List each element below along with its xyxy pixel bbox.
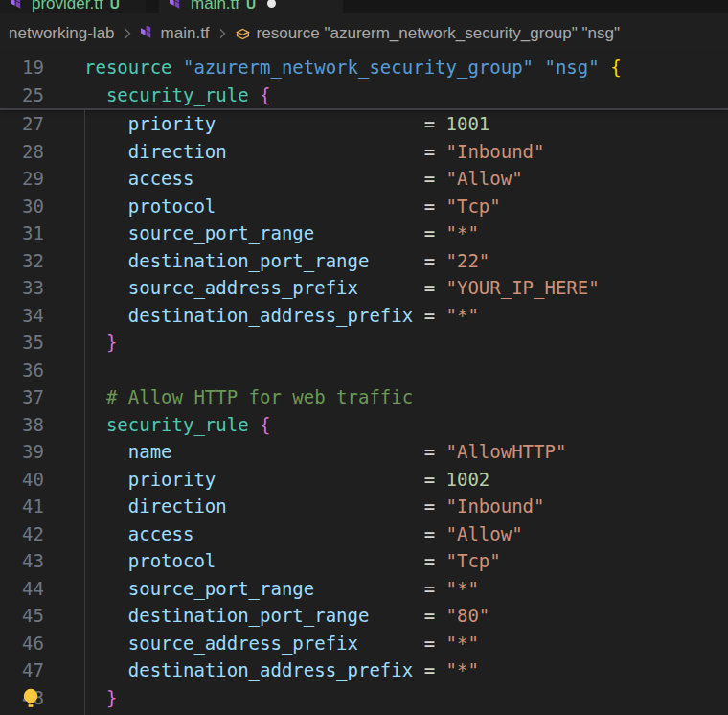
code-line-37[interactable]: 37 # Allow HTTP for web traffic — [0, 383, 728, 411]
code-token — [84, 496, 128, 517]
line-content[interactable]: # Allow HTTP for web traffic — [44, 383, 728, 411]
line-number: 46 — [0, 630, 44, 657]
line-content[interactable]: security_rule { — [44, 411, 728, 439]
line-content[interactable]: protocol = "Tcp" — [44, 547, 728, 575]
code-token: # Allow HTTP for web traffic — [106, 386, 413, 407]
code-token — [84, 196, 128, 217]
code-token: = — [424, 469, 435, 490]
code-token: source_address_prefix — [128, 633, 358, 654]
line-content[interactable]: source_port_range = "*" — [44, 575, 728, 603]
line-content[interactable]: } — [44, 329, 728, 357]
chevron-right-icon — [120, 26, 135, 41]
git-status-badge: U — [110, 0, 120, 12]
line-content[interactable]: access = "Allow" — [44, 165, 728, 193]
code-token — [435, 277, 445, 298]
code-line-39[interactable]: 39 name = "AllowHTTP" — [0, 438, 728, 466]
line-number: 35 — [0, 329, 44, 357]
code-token — [435, 469, 445, 490]
code-token: "Allow" — [446, 523, 523, 544]
code-line-41[interactable]: 41 direction = "Inbound" — [0, 493, 728, 520]
code-line-28[interactable]: 28 direction = "Inbound" — [0, 138, 728, 166]
line-content[interactable]: access = "Allow" — [44, 520, 728, 548]
code-token — [227, 496, 424, 517]
line-content[interactable]: security_rule { — [44, 81, 728, 109]
code-token: = — [424, 222, 435, 243]
vscode-window: provider.tfUmain.tfU networking-lab main… — [0, 0, 728, 715]
line-content[interactable]: source_port_range = "*" — [44, 219, 728, 247]
code-line-36[interactable]: 36 — [0, 357, 728, 384]
code-token — [435, 305, 445, 326]
line-content[interactable]: } — [44, 684, 728, 712]
breadcrumb-symbol[interactable]: resource "azurerm_network_security_group… — [257, 24, 620, 43]
code-token: "*" — [446, 659, 479, 680]
code-line-35[interactable]: 35 } — [0, 329, 728, 357]
code-token: = — [424, 250, 435, 271]
code-token: "Tcp" — [446, 550, 501, 571]
code-token: "AllowHTTP" — [446, 441, 567, 462]
code-line-40[interactable]: 40 priority = 1002 — [0, 466, 728, 494]
line-content[interactable]: protocol = "Tcp" — [44, 193, 728, 220]
sticky-line-25[interactable]: 25 security_rule { — [0, 81, 728, 109]
code-line-42[interactable]: 42 access = "Allow" — [0, 520, 728, 548]
code-token: access — [128, 168, 194, 189]
line-number: 25 — [0, 81, 44, 109]
breadcrumb-file[interactable]: main.tf — [161, 24, 210, 43]
tab-main.tf[interactable]: main.tfU — [159, 0, 343, 13]
code-line-29[interactable]: 29 access = "Allow" — [0, 165, 728, 193]
code-line-49[interactable]: 49} — [0, 711, 728, 715]
code-token — [435, 550, 445, 571]
code-token — [84, 523, 128, 544]
code-line-32[interactable]: 32 destination_port_range = "22" — [0, 247, 728, 275]
lightbulb-code-action-icon[interactable] — [21, 687, 40, 715]
code-token: "Tcp" — [446, 196, 501, 217]
code-line-33[interactable]: 33 source_address_prefix = "YOUR_IP_HERE… — [0, 274, 728, 302]
line-content[interactable] — [44, 357, 728, 384]
code-token: "YOUR_IP_HERE" — [446, 277, 600, 298]
code-token: "Inbound" — [446, 141, 545, 162]
breadcrumb-folder[interactable]: networking-lab — [9, 24, 115, 43]
code-line-44[interactable]: 44 source_port_range = "*" — [0, 575, 728, 603]
code-line-48[interactable]: 48 } — [0, 684, 728, 712]
code-token: protocol — [128, 196, 216, 217]
code-token: = — [424, 305, 435, 326]
code-token — [216, 196, 423, 217]
sticky-line-19[interactable]: 19resource "azurerm_network_security_gro… — [0, 54, 728, 81]
code-line-38[interactable]: 38 security_rule { — [0, 411, 728, 439]
line-content[interactable]: source_address_prefix = "YOUR_IP_HERE" — [44, 274, 728, 302]
code-token — [435, 578, 445, 599]
code-line-31[interactable]: 31 source_port_range = "*" — [0, 219, 728, 247]
code-line-34[interactable]: 34 destination_address_prefix = "*" — [0, 302, 728, 330]
code-token: "*" — [446, 633, 479, 654]
line-content[interactable]: priority = 1002 — [44, 466, 728, 494]
code-line-27[interactable]: 27 priority = 1001 — [0, 110, 728, 138]
code-token — [249, 414, 260, 435]
line-content[interactable]: direction = "Inbound" — [44, 138, 728, 166]
line-content[interactable]: destination_address_prefix = "*" — [44, 657, 728, 684]
line-content[interactable]: destination_port_range = "22" — [44, 247, 728, 275]
line-content[interactable]: direction = "Inbound" — [44, 493, 728, 520]
line-content[interactable]: name = "AllowHTTP" — [44, 438, 728, 466]
line-content[interactable]: source_address_prefix = "*" — [44, 630, 728, 657]
code-line-43[interactable]: 43 protocol = "Tcp" — [0, 547, 728, 575]
line-content[interactable]: destination_port_range = "80" — [44, 602, 728, 630]
line-content[interactable]: priority = 1001 — [44, 110, 728, 138]
code-token: = — [424, 496, 435, 517]
code-token: 1002 — [446, 469, 490, 490]
line-number: 41 — [0, 493, 44, 520]
code-token — [314, 222, 423, 243]
line-content[interactable]: resource "azurerm_network_security_group… — [44, 54, 728, 81]
line-content[interactable]: } — [44, 711, 728, 715]
code-line-46[interactable]: 46 source_address_prefix = "*" — [0, 630, 728, 657]
code-token: "Inbound" — [446, 496, 545, 517]
code-line-30[interactable]: 30 protocol = "Tcp" — [0, 193, 728, 220]
code-line-45[interactable]: 45 destination_port_range = "80" — [0, 602, 728, 630]
code-token: = — [424, 578, 435, 599]
code-token — [358, 633, 424, 654]
line-number: 34 — [0, 302, 44, 330]
tab-provider.tf[interactable]: provider.tfU — [0, 0, 146, 13]
code-line-47[interactable]: 47 destination_address_prefix = "*" — [0, 657, 728, 684]
code-token — [84, 168, 128, 189]
git-status-badge: U — [246, 0, 256, 12]
dirty-indicator-dot[interactable] — [267, 0, 276, 8]
line-content[interactable]: destination_address_prefix = "*" — [44, 302, 728, 330]
